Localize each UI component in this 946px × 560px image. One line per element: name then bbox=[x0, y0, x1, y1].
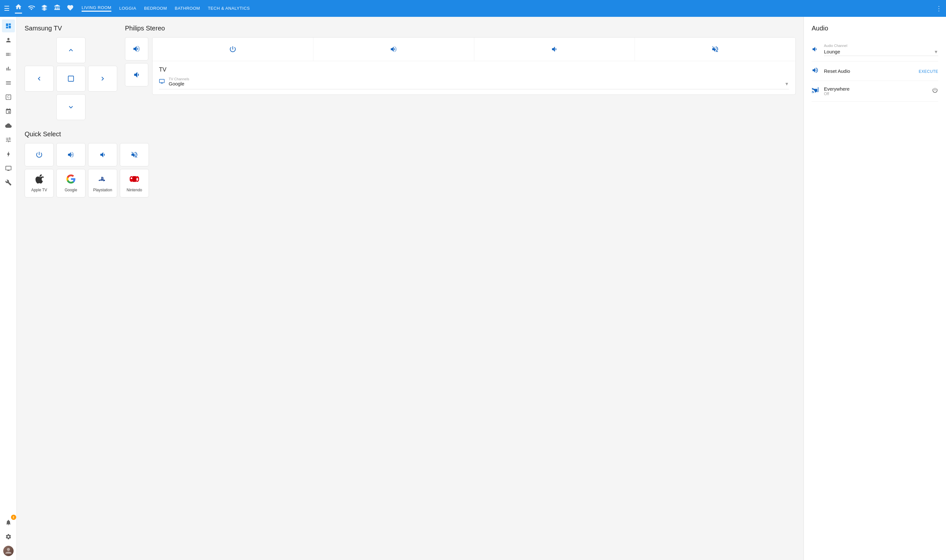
sidebar-item-wrench[interactable] bbox=[2, 176, 15, 189]
reset-audio-action: EXECUTE bbox=[919, 68, 938, 74]
sidebar-item-notifications[interactable]: 2 bbox=[2, 516, 15, 529]
apple-tv-label: Apple TV bbox=[31, 188, 47, 192]
reset-audio-icon bbox=[812, 67, 819, 75]
home-icon[interactable] bbox=[15, 3, 22, 14]
sidebar-item-screen[interactable] bbox=[2, 162, 15, 175]
audio-channel-content: Audio Channel Lounge ▼ bbox=[824, 44, 938, 56]
qs-vol-up-btn[interactable] bbox=[56, 143, 86, 166]
philips-stereo-title: Philips Stereo bbox=[125, 25, 796, 32]
sidebar-item-c[interactable]: C bbox=[2, 91, 15, 103]
tv-channel-select[interactable]: Google ▼ bbox=[169, 81, 789, 86]
everywhere-power-btn[interactable] bbox=[932, 88, 938, 95]
dpad-down[interactable] bbox=[56, 94, 86, 120]
svg-rect-7 bbox=[133, 176, 136, 182]
philips-top-row bbox=[152, 38, 795, 61]
wifi-icon[interactable] bbox=[28, 4, 35, 13]
dpad-empty-tl bbox=[25, 37, 54, 63]
tv-label: TV bbox=[159, 66, 789, 73]
nav-tabs: LIVING ROOM LOGGIA BEDROOM BATHROOM TECH… bbox=[82, 5, 250, 12]
svg-rect-3 bbox=[68, 76, 74, 82]
philips-stereo-section: Philips Stereo bbox=[125, 25, 796, 95]
qs-mute-btn[interactable] bbox=[120, 143, 149, 166]
playstation-icon bbox=[97, 174, 108, 186]
dpad-right[interactable] bbox=[88, 66, 117, 92]
audio-channel-label: Audio Channel bbox=[824, 44, 938, 48]
dpad-center[interactable] bbox=[56, 66, 86, 92]
playstation-label: Playstation bbox=[93, 188, 112, 192]
qs-vol-down-btn[interactable] bbox=[88, 143, 117, 166]
main-content: Samsung TV bbox=[17, 17, 946, 560]
execute-button[interactable]: EXECUTE bbox=[919, 69, 938, 74]
tv-channel-label: TV Channels bbox=[169, 77, 789, 81]
reset-audio-content: Reset Audio bbox=[824, 68, 914, 74]
sidebar-item-person[interactable] bbox=[2, 34, 15, 47]
tv-stereo-row: Samsung TV bbox=[25, 25, 796, 120]
philips-vol-up[interactable] bbox=[125, 37, 148, 60]
sidebar-item-chart[interactable] bbox=[2, 62, 15, 75]
nintendo-icon bbox=[129, 174, 140, 186]
sidebar-item-tune[interactable] bbox=[2, 133, 15, 146]
building-icon[interactable] bbox=[41, 4, 48, 13]
sidebar-item-zap[interactable] bbox=[2, 148, 15, 160]
sidebar-item-dashboard[interactable] bbox=[2, 19, 15, 32]
heart-icon[interactable] bbox=[67, 4, 74, 13]
dpad-left[interactable] bbox=[25, 66, 54, 92]
sidebar-item-list[interactable] bbox=[2, 48, 15, 61]
sidebar-item-menu[interactable] bbox=[2, 76, 15, 89]
qs-nintendo-btn[interactable]: Nintendo bbox=[120, 169, 149, 197]
quick-select-top-row bbox=[25, 143, 796, 166]
tv-channel-value: Google bbox=[169, 81, 184, 86]
tab-loggia[interactable]: LOGGIA bbox=[119, 6, 136, 11]
top-nav: ☰ LIVING ROOM LOGGIA BEDROOM BATHROOM TE… bbox=[0, 0, 946, 17]
philips-main-panel: TV TV Channels Google bbox=[152, 37, 796, 95]
sidebar-item-cloud[interactable] bbox=[2, 119, 15, 132]
philips-power-btn[interactable] bbox=[152, 38, 314, 61]
everywhere-label: Everywhere bbox=[824, 86, 927, 92]
reset-audio-row: Reset Audio EXECUTE bbox=[812, 62, 938, 81]
philips-vol-down-main-btn[interactable] bbox=[474, 38, 635, 61]
quick-select-devices-row: Apple TV Google bbox=[25, 169, 796, 197]
tab-living-room[interactable]: LIVING ROOM bbox=[82, 5, 111, 12]
philips-vol-up-main-btn[interactable] bbox=[314, 38, 474, 61]
philips-vol-down[interactable] bbox=[125, 63, 148, 86]
audio-speaker-icon bbox=[812, 46, 819, 54]
tv-section: TV TV Channels Google bbox=[152, 61, 795, 94]
svg-point-2 bbox=[7, 548, 10, 551]
center-panel: Samsung TV bbox=[17, 17, 803, 560]
sidebar: C 2 bbox=[0, 17, 17, 560]
sidebar-item-settings[interactable] bbox=[2, 530, 15, 543]
svg-text:C: C bbox=[7, 95, 9, 99]
sidebar-item-network[interactable] bbox=[2, 105, 15, 118]
audio-channel-value[interactable]: Lounge bbox=[824, 49, 840, 54]
dpad-up[interactable] bbox=[56, 37, 86, 63]
reset-audio-label: Reset Audio bbox=[824, 68, 850, 74]
qs-power-btn[interactable] bbox=[25, 143, 54, 166]
tab-bedroom[interactable]: BEDROOM bbox=[144, 6, 167, 11]
everywhere-action bbox=[932, 87, 938, 95]
notification-count: 2 bbox=[11, 515, 16, 520]
quick-select-section: Quick Select bbox=[25, 131, 796, 197]
tv-channel-row: TV Channels Google ▼ bbox=[159, 77, 789, 89]
samsung-tv-section: Samsung TV bbox=[25, 25, 117, 120]
tv-channel-dropdown-icon: ▼ bbox=[784, 81, 789, 86]
avatar[interactable] bbox=[2, 545, 15, 557]
qs-google-btn[interactable]: Google bbox=[56, 169, 86, 197]
bank-icon[interactable] bbox=[54, 4, 61, 13]
tab-tech-analytics[interactable]: TECH & ANALYTICS bbox=[208, 6, 250, 11]
audio-channel-dropdown-icon[interactable]: ▼ bbox=[934, 49, 938, 54]
philips-mute-btn[interactable] bbox=[635, 38, 795, 61]
dpad-empty-br bbox=[88, 94, 117, 120]
tv-channel-icon bbox=[159, 78, 165, 85]
everywhere-content: Everywhere Off bbox=[824, 86, 927, 96]
samsung-tv-title: Samsung TV bbox=[25, 25, 117, 32]
svg-point-8 bbox=[131, 177, 132, 179]
quick-select-title: Quick Select bbox=[25, 131, 796, 138]
audio-title: Audio bbox=[812, 25, 938, 32]
tab-bathroom[interactable]: BATHROOM bbox=[175, 6, 200, 11]
nav-icons bbox=[15, 3, 74, 14]
qs-playstation-btn[interactable]: Playstation bbox=[88, 169, 117, 197]
qs-apple-tv-btn[interactable]: Apple TV bbox=[25, 169, 54, 197]
cast-icon bbox=[812, 87, 819, 95]
hamburger-menu[interactable]: ☰ bbox=[4, 5, 10, 12]
more-options-icon[interactable]: ⋮ bbox=[936, 5, 942, 12]
